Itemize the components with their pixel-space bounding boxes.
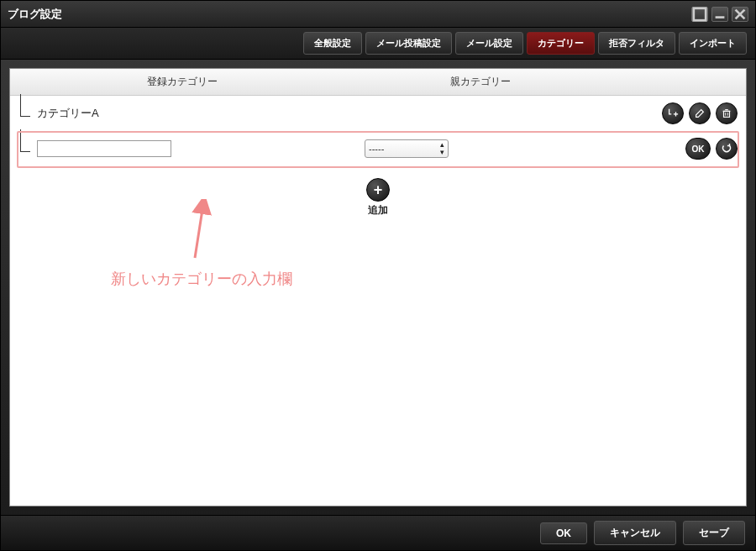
add-block: + 追加 (10, 178, 746, 218)
revert-button[interactable] (716, 138, 738, 160)
footer: OK キャンセル セーブ (1, 515, 755, 550)
annotation-text: 新しいカテゴリーの入力欄 (111, 269, 292, 289)
chevron-updown-icon: ▴▾ (440, 141, 444, 156)
add-label: 追加 (10, 203, 746, 218)
tab-import[interactable]: インポート (679, 32, 747, 55)
tree-branch-icon (18, 101, 34, 126)
category-input[interactable] (37, 140, 171, 157)
table-header: 登録カテゴリー 親カテゴリー (10, 69, 746, 96)
category-name: カテゴリーA (37, 106, 99, 121)
table-row: カテゴリーA (10, 96, 746, 131)
save-button[interactable]: セーブ (683, 521, 745, 545)
content-area: 登録カテゴリー 親カテゴリー カテゴリーA (9, 68, 747, 506)
svg-rect-0 (694, 8, 706, 19)
input-row: ----- ▴▾ OK (10, 131, 746, 166)
titlebar: ブログ設定 (1, 1, 755, 28)
ok-button[interactable]: OK (540, 522, 587, 544)
tab-general[interactable]: 全般設定 (303, 32, 362, 55)
row-actions (662, 102, 738, 124)
parent-select[interactable]: ----- ▴▾ (365, 139, 449, 158)
minimize-button[interactable] (711, 7, 728, 22)
tab-category[interactable]: カテゴリー (527, 32, 595, 55)
col-parent: 親カテゴリー (354, 75, 606, 89)
tab-mail-post[interactable]: メール投稿設定 (365, 32, 452, 55)
tab-filter[interactable]: 拒否フィルタ (598, 32, 675, 55)
add-button[interactable]: + (366, 178, 390, 202)
edit-button[interactable] (689, 102, 711, 124)
plus-icon: + (374, 181, 383, 199)
tabbar: 全般設定 メール投稿設定 メール設定 カテゴリー 拒否フィルタ インポート (1, 28, 755, 60)
tree-branch-icon (18, 136, 34, 161)
tab-mail[interactable]: メール設定 (455, 32, 523, 55)
select-value: ----- (369, 144, 384, 154)
svg-rect-6 (724, 111, 730, 117)
delete-button[interactable] (716, 102, 738, 124)
maximize-button[interactable] (691, 7, 708, 22)
cancel-button[interactable]: キャンセル (594, 521, 676, 545)
confirm-button[interactable]: OK (685, 138, 711, 160)
add-child-button[interactable] (662, 102, 684, 124)
close-button[interactable] (732, 7, 748, 22)
window: ブログ設定 全般設定 メール投稿設定 メール設定 カテゴリー 拒否フィルタ イン… (0, 0, 756, 551)
titlebar-buttons (691, 7, 748, 22)
row-actions: OK (685, 138, 738, 160)
col-registered: 登録カテゴリー (10, 75, 354, 89)
window-title: ブログ設定 (8, 7, 62, 22)
